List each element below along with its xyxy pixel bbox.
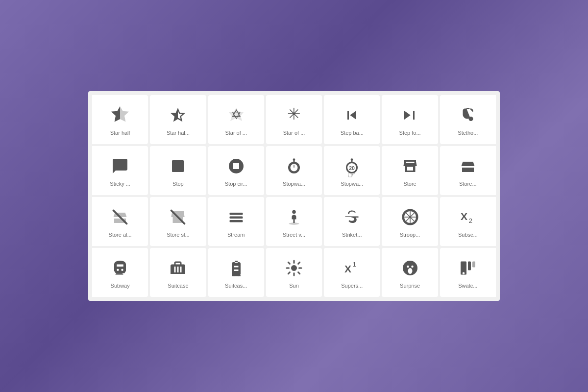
icon-cell-star-of-life[interactable]: ✳ Star of ... (266, 95, 322, 144)
icon-label-strikethrough: Striket... (342, 232, 362, 238)
stop-circle-icon (225, 155, 247, 177)
icon-cell-stethoscope[interactable]: Stetho... (440, 95, 496, 144)
swatchbook-icon (457, 257, 479, 279)
svg-rect-20 (229, 213, 243, 215)
icon-cell-swatchbook[interactable]: Swatc... (440, 248, 496, 297)
svg-rect-7 (233, 163, 239, 169)
icon-cell-star-half[interactable]: Star hal... (150, 95, 206, 144)
icon-label-stop: Stop (172, 181, 184, 187)
svg-text:2: 2 (468, 217, 472, 224)
icon-label-star-of-david: Star of ... (225, 130, 247, 136)
icon-cell-store-alt-slash[interactable]: Store al... (92, 197, 148, 246)
icon-cell-stop[interactable]: Stop (150, 146, 206, 195)
icon-cell-store[interactable]: Store (382, 146, 438, 195)
svg-text:20: 20 (349, 165, 355, 171)
icon-cell-sticky-note[interactable]: Sticky ... (92, 146, 148, 195)
sticky-note-icon (109, 155, 131, 177)
icon-label-step-forward: Step fo... (399, 130, 421, 136)
svg-text:X: X (344, 263, 351, 274)
svg-point-34 (233, 275, 235, 276)
icon-cell-step-backward[interactable]: Step ba... (324, 95, 380, 144)
step-forward-icon (399, 104, 421, 126)
icon-cell-strikethrough[interactable]: Striket... (324, 197, 380, 246)
svg-point-54 (463, 272, 465, 274)
icon-label-step-backward: Step ba... (341, 130, 364, 136)
icon-cell-step-forward[interactable]: Step fo... (382, 95, 438, 144)
icon-cell-store-slash[interactable]: Store sl... (150, 197, 206, 246)
icon-cell-stopwatch[interactable]: Stopwa... (266, 146, 322, 195)
svg-rect-11 (294, 165, 294, 168)
icon-cell-sun[interactable]: Sun (266, 248, 322, 297)
icon-cell-street-view[interactable]: Street v... (266, 197, 322, 246)
svg-rect-5 (172, 160, 184, 172)
icon-cell-suitcase-rolling[interactable]: Suitcas... (208, 248, 264, 297)
icon-cell-superscript[interactable]: X 1 Supers... (324, 248, 380, 297)
svg-text:✳: ✳ (287, 106, 301, 123)
icon-label-sun: Sun (289, 283, 299, 289)
icon-cell-star-half-alt[interactable]: Star half (92, 95, 148, 144)
icon-label-subscript: Subsc... (458, 232, 478, 238)
icon-label-store-alt-slash: Store al... (109, 232, 132, 238)
icon-cell-star-of-david[interactable]: ✡ Star of ... (208, 95, 264, 144)
icon-cell-stroopwafel[interactable]: Stroop... (382, 197, 438, 246)
step-backward-icon (341, 104, 363, 126)
icon-cell-subway[interactable]: Subway (92, 248, 148, 297)
suitcase-icon (167, 257, 189, 279)
svg-point-36 (291, 265, 297, 271)
svg-point-49 (411, 266, 414, 268)
icon-label-store-alt: Store... (459, 181, 476, 187)
store-alt-icon (457, 155, 479, 177)
street-view-icon (283, 206, 305, 228)
icon-label-swatchbook: Swatc... (458, 283, 477, 289)
star-half-alt-icon (109, 104, 131, 126)
svg-rect-22 (229, 220, 243, 222)
icon-label-surprise: Surprise (400, 283, 420, 289)
stopwatch-icon (283, 155, 305, 177)
icon-cell-stream[interactable]: Stream (208, 197, 264, 246)
svg-line-43 (288, 272, 290, 274)
icon-label-store-slash: Store sl... (167, 232, 189, 238)
icon-label-store: Store (403, 181, 416, 187)
svg-point-23 (292, 210, 296, 214)
icon-label-stop-circle: Stop cir... (225, 181, 247, 187)
svg-line-41 (288, 262, 290, 264)
icon-label-stopwatch-20: Stopwa... (341, 181, 363, 187)
store-icon (399, 155, 421, 177)
star-of-life-icon: ✳ (283, 104, 305, 126)
icon-cell-subscript[interactable]: X 2 Subsc... (440, 197, 496, 246)
suitcase-rolling-icon (225, 257, 247, 279)
store-alt-slash-icon (109, 206, 131, 228)
icon-label-star-of-life: Star of ... (283, 130, 305, 136)
strikethrough-icon (341, 206, 363, 228)
svg-point-35 (238, 275, 239, 276)
icon-cell-surprise[interactable]: Surprise (382, 248, 438, 297)
star-of-david-icon: ✡ (225, 104, 247, 126)
icon-label-star-half: Star hal... (167, 130, 190, 136)
icon-label-stream: Stream (227, 232, 245, 238)
svg-rect-53 (472, 262, 475, 268)
icon-label-superscript: Supers... (341, 283, 363, 289)
svg-line-42 (298, 272, 300, 274)
icon-cell-stop-circle[interactable]: Stop cir... (208, 146, 264, 195)
stream-icon (225, 206, 247, 228)
svg-text:✡: ✡ (230, 107, 242, 122)
subscript-icon: X 2 (457, 206, 479, 228)
icon-cell-suitcase[interactable]: Suitcase (150, 248, 206, 297)
svg-point-12 (293, 158, 295, 161)
icon-cell-store-alt[interactable]: Store... (440, 146, 496, 195)
icon-label-sticky-note: Sticky ... (110, 181, 130, 187)
star-half-icon (167, 104, 189, 126)
icon-label-stethoscope: Stetho... (458, 130, 478, 136)
icon-label-street-view: Street v... (283, 232, 305, 238)
svg-rect-52 (468, 262, 471, 270)
stop-icon (167, 155, 189, 177)
superscript-icon: X 1 (341, 257, 363, 279)
svg-point-50 (408, 268, 412, 274)
icon-label-star-half-alt: Star half (110, 130, 130, 136)
stethoscope-icon (457, 104, 479, 126)
stroopwafel-icon (399, 206, 421, 228)
surprise-icon (399, 257, 421, 279)
icon-cell-stopwatch-20[interactable]: 20 ☞ Stopwa... (324, 146, 380, 195)
svg-line-44 (298, 262, 300, 264)
stopwatch-20-icon: 20 (341, 155, 363, 177)
